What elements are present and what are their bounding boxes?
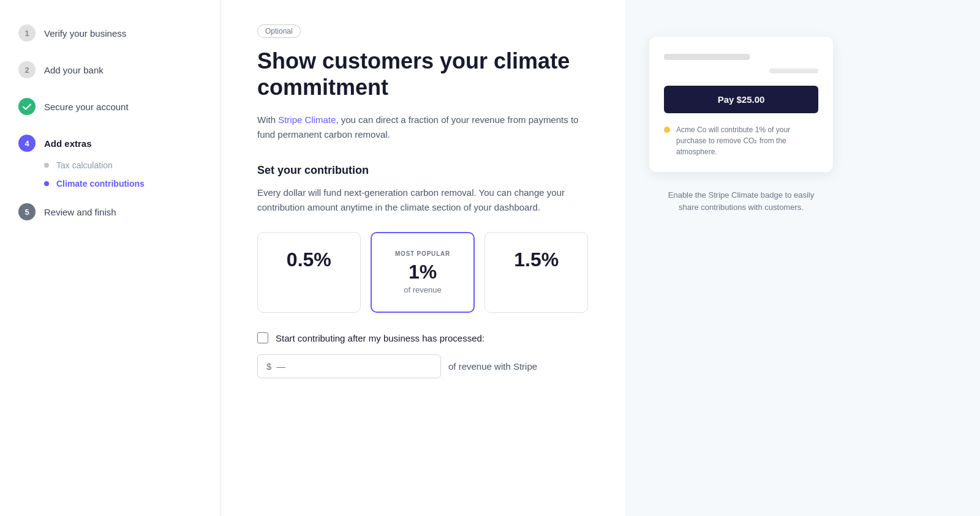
step-circle-2: 2 [18,61,36,78]
main-content: Optional Show customers your climate com… [221,0,625,516]
contribution-sub-one: of revenue [384,285,462,294]
sidebar-item-verify[interactable]: 1 Verify your business [18,24,202,42]
preview-bar-small [769,69,818,73]
preview-card: Pay $25.00 Acme Co will contribute 1% of… [649,37,833,172]
input-suffix: of revenue with Stripe [448,361,537,372]
contribution-card-half[interactable]: 0.5% [257,232,361,313]
sub-label-climate: Climate contributions [56,179,145,189]
step-label-bank: Add your bank [44,65,104,75]
contribute-after-checkbox[interactable] [257,332,268,343]
sub-label-tax: Tax calculation [56,160,113,170]
sub-step-tax[interactable]: Tax calculation [44,160,202,170]
step-circle-5: 5 [18,203,36,220]
contribution-card-one-half[interactable]: 1.5% [484,232,588,313]
dollar-sign: $ [266,361,271,372]
page-title: Show customers your climate commitment [257,48,588,100]
checkbox-row: Start contributing after my business has… [257,332,588,343]
panel-caption: Enable the Stripe Climate badge to easil… [662,189,821,213]
contribution-card-one[interactable]: MOST POPULAR 1% of revenue [371,232,475,313]
step-circle-1: 1 [18,24,36,42]
sub-step-climate[interactable]: Climate contributions [44,179,202,189]
climate-notice: Acme Co will contribute 1% of your purch… [664,124,818,157]
right-panel: Pay $25.00 Acme Co will contribute 1% of… [625,0,858,516]
pay-button[interactable]: Pay $25.00 [664,86,818,113]
optional-badge: Optional [257,24,301,38]
contribution-percent-one-half: 1.5% [497,250,575,269]
sub-dot-tax [44,163,49,168]
climate-dot [664,127,670,133]
desc-prefix: With [257,114,278,125]
sidebar-item-extras[interactable]: 4 Add extras [18,135,202,152]
page-description: With Stripe Climate, you can direct a fr… [257,113,588,142]
preview-bar-top [664,54,750,60]
sub-dot-climate [44,181,49,186]
contribution-percent-half: 0.5% [270,250,348,269]
most-popular-label: MOST POPULAR [384,250,462,257]
revenue-input[interactable] [276,361,432,372]
section-title: Set your contribution [257,164,588,177]
step-circle-check [18,98,36,115]
step-label-extras: Add extras [44,138,92,149]
step-label-review: Review and finish [44,207,116,217]
climate-notice-text: Acme Co will contribute 1% of your purch… [676,124,818,157]
section-description: Every dollar will fund next-generation c… [257,185,588,215]
step-label-verify: Verify your business [44,28,126,39]
step-circle-4: 4 [18,135,36,152]
sidebar-item-bank[interactable]: 2 Add your bank [18,61,202,78]
sidebar: 1 Verify your business 2 Add your bank S… [0,0,221,516]
step-label-secure: Secure your account [44,102,129,112]
dollar-input-container: $ [257,354,441,378]
sidebar-item-review[interactable]: 5 Review and finish [18,203,202,220]
stripe-climate-link[interactable]: Stripe Climate [278,114,336,125]
sidebar-item-secure[interactable]: Secure your account [18,98,202,115]
contribution-percent-one: 1% [384,262,462,282]
contribution-options: 0.5% MOST POPULAR 1% of revenue 1.5% [257,232,588,313]
sub-steps: Tax calculation Climate contributions [44,160,202,189]
input-row: $ of revenue with Stripe [257,354,588,378]
checkbox-label: Start contributing after my business has… [276,333,484,343]
check-icon [23,103,31,110]
